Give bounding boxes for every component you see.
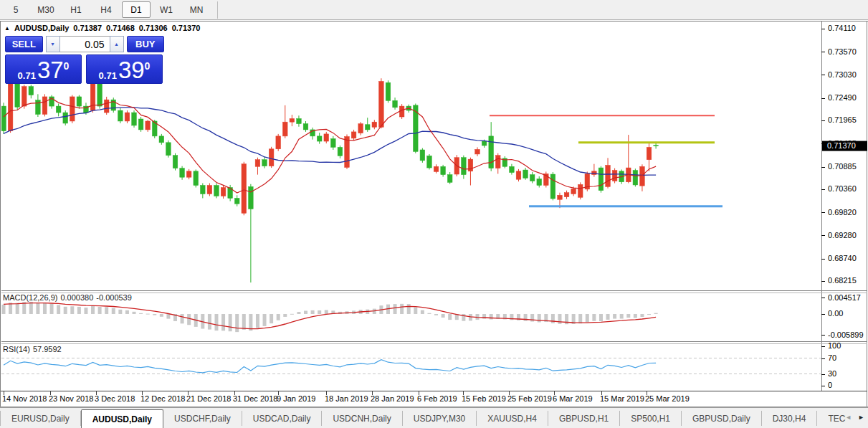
price-tick-label: 0.71965: [828, 115, 857, 124]
macd-histogram-bar: [626, 314, 630, 318]
buy-button[interactable]: BUY: [127, 36, 165, 52]
collapse-triangle-icon[interactable]: ▲: [4, 25, 10, 32]
macd-histogram-bar: [427, 313, 431, 314]
volume-input[interactable]: [60, 36, 110, 52]
candle-body: [462, 158, 467, 175]
candle: [166, 141, 171, 158]
candle-body: [550, 174, 555, 199]
candle-body: [297, 118, 302, 123]
candle: [379, 78, 384, 128]
macd-indicator-label: MACD(12,26,9)0.000380-0.000539: [3, 293, 135, 302]
candle-body: [104, 100, 109, 113]
candle: [544, 171, 549, 187]
candle-body: [22, 87, 27, 106]
macd-histogram-bar: [400, 304, 404, 314]
macd-histogram-bar: [187, 314, 191, 325]
rsi-axis-label: 0: [828, 381, 832, 389]
candle-body: [8, 83, 13, 131]
macd-histogram-bar: [16, 303, 19, 314]
candle-body: [125, 113, 130, 121]
macd-histogram-bar: [118, 310, 122, 314]
candle-body: [214, 186, 219, 196]
macd-histogram-bar: [469, 314, 472, 320]
current-price-value: 0.71370: [827, 141, 856, 150]
candle-body: [194, 171, 199, 186]
date-label: 31 Dec 2018: [233, 394, 277, 403]
candle-body: [489, 136, 494, 168]
candle: [132, 110, 137, 128]
candle-body: [530, 175, 535, 181]
sell-price-major: 0.71: [18, 70, 36, 81]
macd-histogram-bar: [57, 305, 60, 314]
date-label: 25 Feb 2019: [507, 394, 552, 403]
timeframe-h1[interactable]: H1: [62, 1, 90, 18]
rsi-indicator-label: RSI(14)57.9592: [3, 345, 65, 353]
candle-body: [77, 97, 82, 106]
macd-histogram-bar: [64, 307, 67, 314]
macd-histogram-bar: [448, 314, 452, 320]
ohlc-open: 0.71387: [73, 24, 102, 32]
candle-body: [372, 122, 377, 127]
macd-histogram-bar: [290, 314, 294, 315]
sell-price-display[interactable]: 0.71 37 0: [5, 54, 82, 84]
date-label: 3 Dec 2018: [95, 394, 135, 403]
macd-axis-label: 0.00: [828, 309, 843, 318]
candle-body: [173, 156, 178, 168]
macd-main-value: 0.000380: [60, 293, 93, 302]
candle-body: [523, 170, 528, 178]
sell-button[interactable]: SELL: [5, 36, 43, 52]
macd-histogram-bar: [112, 308, 115, 314]
candle-body: [303, 124, 308, 130]
macd-histogram-bar: [613, 314, 616, 319]
timeframe-m30[interactable]: M30: [32, 1, 60, 18]
candle-body: [358, 124, 363, 133]
timeframe-d1[interactable]: D1: [122, 1, 151, 18]
macd-histogram-bar: [551, 314, 555, 323]
candle-body: [475, 149, 480, 154]
volume-increase-icon[interactable]: ▲: [110, 36, 124, 52]
candle-body: [654, 146, 659, 146]
macd-histogram-bar: [304, 310, 307, 314]
price-tick-label: 0.74110: [828, 24, 856, 32]
macd-name: MACD(12,26,9): [3, 293, 57, 302]
date-label: 18 Jan 2019: [325, 394, 368, 403]
candle-body: [558, 195, 563, 199]
sell-price-pips: 37: [37, 60, 64, 81]
macd-axis-label: 0.004517: [828, 293, 861, 302]
candle-body: [434, 166, 439, 171]
buy-price-display[interactable]: 0.71 39 0: [86, 54, 163, 84]
macd-histogram-bar: [578, 314, 582, 323]
date-label: 6 Mar 2019: [553, 394, 593, 403]
macd-histogram-bar: [434, 314, 438, 315]
candle-body: [441, 166, 446, 174]
candle: [612, 168, 617, 184]
candle-body: [640, 166, 645, 186]
candle: [8, 80, 13, 133]
candle-body: [427, 156, 432, 168]
macd-axis-label: -0.005899: [828, 330, 864, 339]
macd-histogram-bar: [181, 314, 184, 323]
macd-histogram-bar: [634, 314, 637, 318]
candle-body: [386, 82, 391, 100]
chart-title: ▲ AUDUSD,Daily 0.71387 0.71468 0.71306 0…: [4, 24, 200, 32]
volume-decrease-icon[interactable]: ▼: [46, 36, 60, 52]
macd-histogram-bar: [490, 314, 493, 320]
timeframe-5[interactable]: 5: [1, 1, 30, 18]
macd-histogram-bar: [125, 310, 129, 314]
date-label: 9 Jan 2019: [277, 394, 315, 403]
candle-body: [482, 141, 487, 146]
candle: [427, 154, 432, 169]
candle: [15, 80, 20, 110]
buy-price-point: 0: [145, 62, 151, 70]
timeframe-mn[interactable]: MN: [182, 1, 211, 18]
candle: [386, 80, 391, 103]
price-tick-label: 0.68740: [828, 254, 857, 262]
candle-body: [138, 119, 143, 130]
macd-histogram-bar: [36, 303, 39, 314]
candle-body: [159, 136, 164, 143]
timeframe-h4[interactable]: H4: [92, 1, 120, 18]
macd-histogram-bar: [139, 313, 143, 314]
timeframe-w1[interactable]: W1: [152, 1, 181, 18]
rsi-axis-label: 100: [828, 341, 841, 350]
macd-histogram-bar: [249, 314, 252, 330]
